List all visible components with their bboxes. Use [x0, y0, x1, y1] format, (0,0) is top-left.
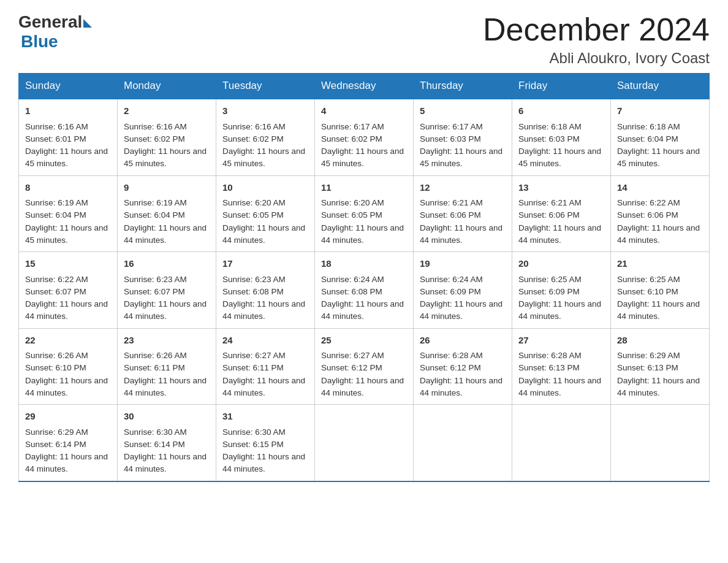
calendar-cell: 16Sunrise: 6:23 AMSunset: 6:07 PMDayligh…	[118, 252, 216, 329]
sunset-text: Sunset: 6:02 PM	[321, 134, 382, 144]
sunrise-text: Sunrise: 6:24 AM	[321, 275, 384, 284]
logo-blue-text: Blue	[21, 32, 92, 52]
sunrise-text: Sunrise: 6:30 AM	[222, 427, 286, 437]
calendar-cell: 8Sunrise: 6:19 AMSunset: 6:04 PMDaylight…	[19, 175, 118, 252]
sunset-text: Sunset: 6:09 PM	[420, 287, 481, 296]
day-number: 25	[321, 334, 407, 348]
location-subtitle: Abli Aloukro, Ivory Coast	[483, 50, 710, 67]
daylight-text: Daylight: 11 hours and 44 minutes.	[222, 223, 305, 245]
calendar-cell: 30Sunrise: 6:30 AMSunset: 6:14 PMDayligh…	[118, 405, 216, 481]
day-number: 13	[518, 181, 604, 195]
day-number: 29	[25, 410, 111, 424]
day-number: 9	[124, 181, 210, 195]
sunrise-text: Sunrise: 6:22 AM	[25, 275, 88, 284]
day-number: 1	[25, 104, 111, 118]
daylight-text: Daylight: 11 hours and 45 minutes.	[25, 223, 108, 245]
calendar-cell: 29Sunrise: 6:29 AMSunset: 6:14 PMDayligh…	[19, 405, 118, 481]
sunset-text: Sunset: 6:08 PM	[222, 287, 284, 296]
calendar-cell: 9Sunrise: 6:19 AMSunset: 6:04 PMDaylight…	[118, 175, 216, 252]
daylight-text: Daylight: 11 hours and 44 minutes.	[518, 223, 601, 245]
daylight-text: Daylight: 11 hours and 45 minutes.	[420, 147, 502, 168]
sunset-text: Sunset: 6:04 PM	[25, 210, 86, 220]
sunrise-text: Sunrise: 6:29 AM	[25, 427, 88, 437]
calendar-cell: 18Sunrise: 6:24 AMSunset: 6:08 PMDayligh…	[315, 252, 414, 329]
sunset-text: Sunset: 6:07 PM	[124, 287, 185, 296]
logo: General Blue	[18, 12, 92, 52]
calendar-cell: 2Sunrise: 6:16 AMSunset: 6:02 PMDaylight…	[118, 99, 216, 175]
calendar-cell: 19Sunrise: 6:24 AMSunset: 6:09 PMDayligh…	[414, 252, 512, 329]
sunrise-text: Sunrise: 6:26 AM	[124, 351, 187, 360]
day-number: 27	[518, 334, 604, 348]
day-number: 12	[420, 181, 506, 195]
day-number: 24	[222, 334, 308, 348]
sunrise-text: Sunrise: 6:29 AM	[617, 351, 680, 360]
sunset-text: Sunset: 6:13 PM	[518, 363, 580, 372]
day-number: 2	[124, 104, 210, 118]
sunrise-text: Sunrise: 6:28 AM	[420, 351, 483, 360]
calendar-cell: 11Sunrise: 6:20 AMSunset: 6:05 PMDayligh…	[315, 175, 414, 252]
sunrise-text: Sunrise: 6:17 AM	[321, 122, 384, 131]
header-friday: Friday	[512, 74, 611, 99]
sunrise-text: Sunrise: 6:25 AM	[518, 275, 582, 284]
day-number: 7	[617, 104, 703, 118]
daylight-text: Daylight: 11 hours and 45 minutes.	[25, 147, 108, 168]
sunset-text: Sunset: 6:14 PM	[25, 440, 86, 449]
day-number: 5	[420, 104, 506, 118]
header-sunday: Sunday	[19, 74, 118, 99]
calendar-cell: 3Sunrise: 6:16 AMSunset: 6:02 PMDaylight…	[216, 99, 315, 175]
sunrise-text: Sunrise: 6:20 AM	[321, 198, 384, 207]
sunrise-text: Sunrise: 6:16 AM	[124, 122, 187, 131]
calendar-cell: 13Sunrise: 6:21 AMSunset: 6:06 PMDayligh…	[512, 175, 611, 252]
calendar-cell: 4Sunrise: 6:17 AMSunset: 6:02 PMDaylight…	[315, 99, 414, 175]
sunset-text: Sunset: 6:06 PM	[617, 210, 678, 220]
daylight-text: Daylight: 11 hours and 44 minutes.	[124, 299, 207, 321]
daylight-text: Daylight: 11 hours and 45 minutes.	[222, 147, 305, 168]
daylight-text: Daylight: 11 hours and 45 minutes.	[321, 147, 404, 168]
logo-general-text: General	[18, 12, 82, 32]
calendar-cell: 24Sunrise: 6:27 AMSunset: 6:11 PMDayligh…	[216, 328, 315, 405]
daylight-text: Daylight: 11 hours and 44 minutes.	[222, 452, 305, 473]
sunrise-text: Sunrise: 6:21 AM	[420, 198, 483, 207]
sunset-text: Sunset: 6:10 PM	[617, 287, 678, 296]
sunrise-text: Sunrise: 6:28 AM	[518, 351, 582, 360]
header-tuesday: Tuesday	[216, 74, 315, 99]
sunset-text: Sunset: 6:04 PM	[124, 210, 185, 220]
daylight-text: Daylight: 11 hours and 44 minutes.	[617, 376, 700, 397]
sunrise-text: Sunrise: 6:16 AM	[25, 122, 88, 131]
daylight-text: Daylight: 11 hours and 44 minutes.	[222, 299, 305, 321]
daylight-text: Daylight: 11 hours and 45 minutes.	[617, 147, 700, 168]
daylight-text: Daylight: 11 hours and 44 minutes.	[25, 376, 108, 397]
page-header: General Blue December 2024 Abli Aloukro,…	[18, 12, 710, 67]
calendar-week-row: 29Sunrise: 6:29 AMSunset: 6:14 PMDayligh…	[19, 405, 710, 481]
day-number: 16	[124, 257, 210, 271]
daylight-text: Daylight: 11 hours and 44 minutes.	[617, 299, 700, 321]
sunset-text: Sunset: 6:05 PM	[222, 210, 284, 220]
header-monday: Monday	[118, 74, 216, 99]
calendar-week-row: 1Sunrise: 6:16 AMSunset: 6:01 PMDaylight…	[19, 99, 710, 175]
daylight-text: Daylight: 11 hours and 44 minutes.	[420, 376, 502, 397]
daylight-text: Daylight: 11 hours and 44 minutes.	[617, 223, 700, 245]
calendar-cell: 26Sunrise: 6:28 AMSunset: 6:12 PMDayligh…	[414, 328, 512, 405]
sunset-text: Sunset: 6:06 PM	[518, 210, 580, 220]
sunrise-text: Sunrise: 6:27 AM	[321, 351, 384, 360]
calendar-table: SundayMondayTuesdayWednesdayThursdayFrid…	[18, 73, 710, 482]
calendar-cell: 28Sunrise: 6:29 AMSunset: 6:13 PMDayligh…	[611, 328, 710, 405]
day-number: 22	[25, 334, 111, 348]
header-saturday: Saturday	[611, 74, 710, 99]
calendar-cell: 17Sunrise: 6:23 AMSunset: 6:08 PMDayligh…	[216, 252, 315, 329]
day-number: 15	[25, 257, 111, 271]
sunrise-text: Sunrise: 6:18 AM	[518, 122, 582, 131]
month-year-title: December 2024	[483, 12, 710, 47]
calendar-cell: 20Sunrise: 6:25 AMSunset: 6:09 PMDayligh…	[512, 252, 611, 329]
calendar-cell: 7Sunrise: 6:18 AMSunset: 6:04 PMDaylight…	[611, 99, 710, 175]
sunrise-text: Sunrise: 6:16 AM	[222, 122, 286, 131]
day-number: 10	[222, 181, 308, 195]
day-number: 20	[518, 257, 604, 271]
sunrise-text: Sunrise: 6:24 AM	[420, 275, 483, 284]
sunrise-text: Sunrise: 6:19 AM	[124, 198, 187, 207]
sunset-text: Sunset: 6:13 PM	[617, 363, 678, 372]
day-number: 28	[617, 334, 703, 348]
logo-arrow-icon	[83, 19, 92, 28]
day-number: 11	[321, 181, 407, 195]
sunset-text: Sunset: 6:10 PM	[25, 363, 86, 372]
